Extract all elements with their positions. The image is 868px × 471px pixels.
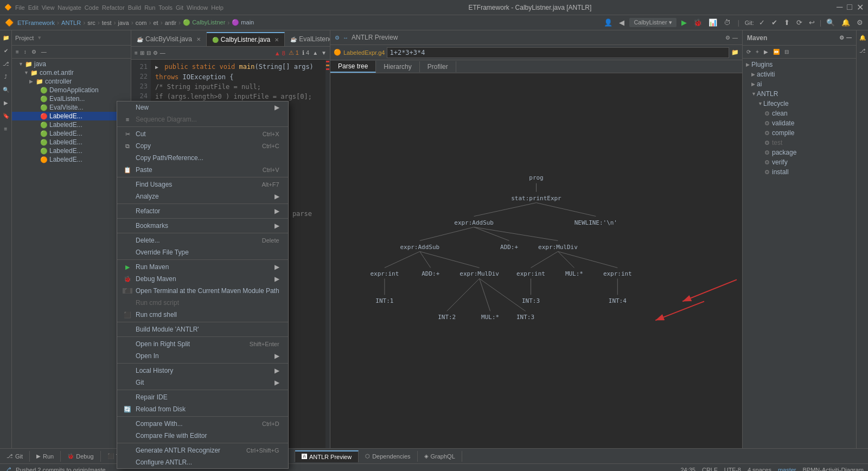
- breadcrumb-java[interactable]: java: [118, 20, 129, 26]
- menu-navigate[interactable]: Navigate: [58, 4, 81, 11]
- filter-btn[interactable]: ⚙: [30, 48, 38, 55]
- tree-item-labelede-selected[interactable]: 🔴 LabeledE...: [12, 112, 131, 120]
- ctx-repair-ide[interactable]: Repair IDE: [117, 391, 288, 403]
- minimize-button[interactable]: ─: [837, 2, 843, 12]
- ctx-open-terminal-maven[interactable]: ⬛ Open Terminal at the Current Maven Mod…: [117, 285, 288, 297]
- ctx-override-file-type[interactable]: Override File Type: [117, 246, 288, 258]
- breadcrumb-main[interactable]: 🟣 main: [232, 19, 254, 26]
- ctx-compare-file[interactable]: Compare File with Editor: [117, 430, 288, 442]
- menu-tools[interactable]: Tools: [158, 4, 173, 11]
- tree-item-controller[interactable]: ▶ 📁 controller: [12, 77, 131, 86]
- menu-window[interactable]: Window: [187, 4, 208, 11]
- menu-build[interactable]: Build: [128, 4, 141, 11]
- maven-settings-icon[interactable]: ⚙: [839, 35, 844, 41]
- menu-run[interactable]: Run: [144, 4, 155, 11]
- tab-evallistener[interactable]: ☕ EvalListener.java ✕: [285, 32, 330, 46]
- debug-button[interactable]: 🐞: [692, 18, 704, 27]
- tab-close-calcbyvisit[interactable]: ✕: [196, 36, 201, 42]
- antlr-tab-hierarchy[interactable]: Hierarchy: [376, 61, 419, 72]
- menu-code[interactable]: Code: [85, 4, 99, 11]
- ctx-local-history[interactable]: Local History ▶: [117, 365, 288, 377]
- git-branch-icon[interactable]: ⎇: [4, 466, 11, 471]
- tree-item-labelede-orange[interactable]: 🟠 LabeledE...: [12, 155, 131, 164]
- maven-install[interactable]: ⚙ install: [743, 167, 856, 177]
- sidebar-structure-icon[interactable]: ≡: [1, 124, 11, 133]
- project-dropdown-arrow[interactable]: ▾: [38, 34, 41, 41]
- right-git-icon[interactable]: ⎇: [858, 46, 867, 55]
- breadcrumb-antlr[interactable]: ANTLR: [61, 20, 81, 26]
- git-commit-icon[interactable]: ✔: [770, 18, 779, 27]
- settings2-icon[interactable]: ⚙: [153, 50, 158, 56]
- ctx-delete[interactable]: Delete... Delete: [117, 234, 288, 246]
- git-undo-icon[interactable]: ↩: [807, 18, 816, 27]
- navigate-icon[interactable]: ≡: [135, 50, 138, 56]
- ctx-refactor[interactable]: Refactor ▶: [117, 205, 288, 217]
- antlr-tab-parse-tree[interactable]: Parse tree: [330, 61, 376, 73]
- tree-item-evalvisite[interactable]: 🟢 EvalVisite...: [12, 103, 131, 112]
- maven-refresh-btn[interactable]: ⟳: [745, 48, 752, 55]
- maven-add-btn[interactable]: +: [754, 48, 761, 55]
- antlr-expand-icon[interactable]: ↔: [343, 35, 348, 41]
- tree-item-labelede5[interactable]: 🟢 LabeledE...: [12, 147, 131, 155]
- back-icon[interactable]: ◀: [617, 18, 626, 27]
- breadcrumb-com[interactable]: com: [136, 20, 147, 26]
- ctx-analyze[interactable]: Analyze ▶: [117, 190, 288, 202]
- bottom-tab-antlr-preview[interactable]: 🅰 ANTLR Preview: [295, 450, 359, 462]
- close-button[interactable]: ✕: [857, 2, 864, 12]
- coverage-button[interactable]: 📊: [707, 18, 719, 27]
- bottom-tab-graphql[interactable]: ◈ GraphQL: [418, 451, 462, 462]
- sidebar-project-icon[interactable]: 📁: [1, 33, 11, 42]
- scroll-down-icon[interactable]: ▼: [321, 50, 327, 56]
- maven-skip-btn[interactable]: ⏩: [771, 48, 781, 55]
- maven-antlr[interactable]: ▼ ANTLR: [743, 89, 856, 99]
- breadcrumb-calbylistner[interactable]: 🟢 CalbyListner: [183, 19, 225, 26]
- tab-calcbyvisit[interactable]: ☕ CalcByVisit.java ✕: [131, 32, 207, 46]
- bottom-tab-run[interactable]: ▶ Run: [30, 451, 61, 462]
- minimize-editor-icon[interactable]: —: [160, 50, 165, 56]
- maven-lifecycle[interactable]: ▼ Lifecycle: [743, 99, 856, 109]
- maven-verify[interactable]: ⚙ verify: [743, 157, 856, 167]
- status-branch[interactable]: master: [778, 467, 796, 472]
- maven-clean[interactable]: ⚙ clean: [743, 109, 856, 118]
- collapse-icon[interactable]: ⊟: [146, 50, 151, 56]
- close-panel-btn[interactable]: —: [40, 48, 48, 55]
- right-notifications-icon[interactable]: 🔔: [858, 33, 867, 42]
- ctx-run-maven[interactable]: ▶ Run Maven ▶: [117, 261, 288, 273]
- menu-help[interactable]: Help: [211, 4, 224, 11]
- menu-git[interactable]: Git: [176, 4, 183, 11]
- search-icon[interactable]: 🔍: [825, 18, 837, 27]
- git-fetch-icon[interactable]: ⟳: [795, 18, 804, 27]
- collapse-all-btn[interactable]: ≡: [14, 48, 21, 55]
- tree-item-evallisten[interactable]: 🟢 EvalListen...: [12, 94, 131, 103]
- ctx-paste[interactable]: 📋 Paste Ctrl+V: [117, 164, 288, 176]
- antlr-input-folder-icon[interactable]: 📁: [731, 49, 739, 56]
- scroll-up-icon[interactable]: ▲: [312, 50, 318, 56]
- antlr-tab-profiler[interactable]: Profiler: [420, 61, 456, 72]
- settings-icon[interactable]: ⚙: [855, 18, 865, 27]
- git-check-icon[interactable]: ✓: [757, 18, 767, 27]
- bottom-tab-debug[interactable]: 🐞 Debug: [61, 451, 100, 462]
- breadcrumb-src[interactable]: src: [87, 20, 95, 26]
- antlr-settings-icon[interactable]: ⚙: [725, 35, 730, 41]
- menu-edit[interactable]: Edit: [28, 4, 39, 11]
- maven-compile[interactable]: ⚙ compile: [743, 128, 856, 138]
- breadcrumb-antlr2[interactable]: antlr: [165, 20, 176, 26]
- git-user-icon[interactable]: 👤: [602, 18, 614, 27]
- tab-calbylistner[interactable]: 🟢 CalbyListner.java ✕: [207, 32, 285, 46]
- sidebar-pullrequest-icon[interactable]: ⤴: [1, 72, 11, 81]
- profile-button[interactable]: ⏱: [722, 18, 732, 27]
- bottom-tab-dependencies[interactable]: ⬡ Dependencies: [359, 451, 417, 462]
- window-controls[interactable]: ─ □ ✕: [837, 2, 864, 12]
- maven-run-btn[interactable]: ▶: [762, 48, 770, 55]
- tree-item-labelede4[interactable]: 🟢 LabeledE...: [12, 138, 131, 147]
- tab-close-calbylistner[interactable]: ✕: [275, 37, 279, 43]
- antlr-close-icon[interactable]: —: [732, 35, 738, 41]
- run-config-dropdown[interactable]: CalbyListner ▾: [629, 18, 676, 27]
- sidebar-git-icon[interactable]: ⎇: [1, 59, 11, 68]
- ctx-copy[interactable]: ⧉ Copy Ctrl+C: [117, 140, 288, 152]
- breadcrumb-test[interactable]: test: [102, 20, 112, 26]
- tree-item-java[interactable]: ▼ 📁 java: [12, 60, 131, 68]
- breadcrumb-etframework[interactable]: ETFramework: [17, 20, 55, 26]
- maven-ai[interactable]: ▶ ai: [743, 79, 856, 89]
- sidebar-commit-icon[interactable]: ✔: [1, 46, 11, 55]
